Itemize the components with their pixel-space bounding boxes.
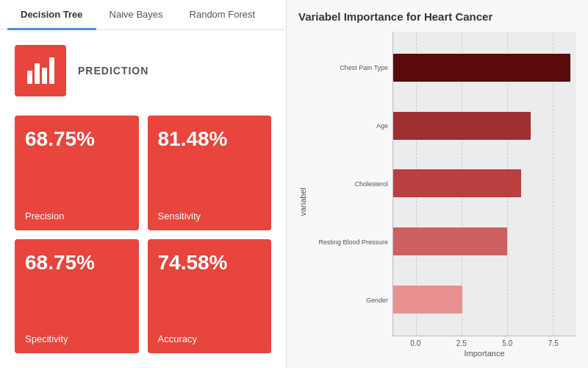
prediction-section: PREDICTION: [0, 30, 286, 104]
chart-title: Variabel Importance for Heart Cancer: [298, 10, 576, 23]
x-tick: 0.0: [392, 339, 439, 347]
metric-card-precision: 68.75% Precision: [15, 116, 139, 230]
tab-decision-tree[interactable]: Decision Tree: [7, 0, 96, 29]
bar-item: [393, 227, 570, 255]
chart-container: variabel Chest Pain TypeAgeCholesterolRe…: [298, 32, 576, 358]
bar-fill: [393, 286, 462, 314]
prediction-icon-box: [15, 45, 66, 96]
bar-item: [393, 112, 570, 140]
metrics-grid: 68.75% Precision 81.48% Sensitivity 68.7…: [0, 104, 286, 368]
y-label-item: Cholesterol: [312, 180, 388, 188]
y-label-item: Age: [312, 122, 388, 130]
metric-card-specitivity: 68.75% Specitivity: [15, 239, 139, 354]
metric-name-accuracy: Accuracy: [158, 333, 262, 344]
bar-fill: [393, 112, 531, 140]
y-labels: Chest Pain TypeAgeCholesterolResting Blo…: [312, 32, 392, 336]
tab-random-forest[interactable]: Random Forest: [176, 0, 269, 29]
y-label-item: Gender: [312, 297, 388, 304]
x-axis: 0.02.55.07.5: [392, 336, 576, 347]
metric-name-specitivity: Specitivity: [25, 333, 129, 344]
metric-name-sensitivity: Sensitivity: [158, 210, 262, 222]
metric-value-precision: 68.75%: [25, 127, 129, 151]
x-tick: 2.5: [439, 339, 485, 347]
tab-bar: Decision Tree Naive Bayes Random Forest: [0, 0, 286, 30]
y-label-item: Resting Blood Pressure: [312, 238, 388, 246]
bar-item: [393, 286, 570, 314]
chart-inner: Chest Pain TypeAgeCholesterolResting Blo…: [312, 32, 576, 336]
metric-card-accuracy: 74.58% Accuracy: [148, 239, 272, 354]
metric-value-accuracy: 74.58%: [158, 251, 262, 275]
bar-fill: [393, 169, 521, 197]
right-panel: Variabel Importance for Heart Cancer var…: [287, 0, 588, 368]
y-label-item: Chest Pain Type: [312, 64, 388, 71]
chart-area: Chest Pain TypeAgeCholesterolResting Blo…: [312, 32, 576, 358]
y-axis-label: variabel: [298, 173, 307, 216]
bar-item: [393, 169, 570, 197]
bar-chart-icon: [27, 57, 54, 84]
metric-name-precision: Precision: [25, 210, 129, 222]
tab-naive-bayes[interactable]: Naive Bayes: [96, 0, 176, 29]
bars-wrapper: [392, 32, 576, 336]
bar-item: [393, 54, 570, 82]
left-panel: Decision Tree Naive Bayes Random Forest …: [0, 0, 287, 368]
metric-value-sensitivity: 81.48%: [158, 127, 262, 151]
x-axis-label: Importance: [392, 349, 576, 358]
x-tick: 5.0: [484, 339, 531, 347]
bar-fill: [393, 54, 570, 82]
x-tick: 7.5: [531, 339, 577, 347]
metric-card-sensitivity: 81.48% Sensitivity: [148, 116, 272, 230]
metric-value-specitivity: 68.75%: [25, 251, 129, 275]
bar-fill: [393, 227, 507, 255]
prediction-label: PREDICTION: [78, 65, 148, 77]
